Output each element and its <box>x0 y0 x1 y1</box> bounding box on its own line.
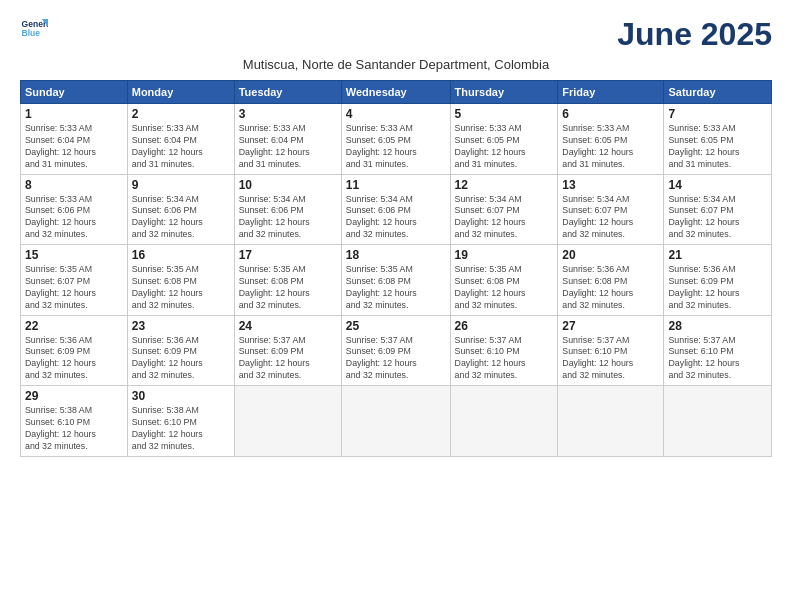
table-row: 19Sunrise: 5:35 AMSunset: 6:08 PMDayligh… <box>450 245 558 316</box>
table-row: 3Sunrise: 5:33 AMSunset: 6:04 PMDaylight… <box>234 104 341 175</box>
table-row <box>664 386 772 457</box>
col-sunday: Sunday <box>21 81 128 104</box>
day-number: 28 <box>668 319 767 333</box>
day-info: Sunrise: 5:34 AMSunset: 6:07 PMDaylight:… <box>668 194 767 242</box>
day-info: Sunrise: 5:36 AMSunset: 6:09 PMDaylight:… <box>668 264 767 312</box>
table-row: 10Sunrise: 5:34 AMSunset: 6:06 PMDayligh… <box>234 174 341 245</box>
day-info: Sunrise: 5:34 AMSunset: 6:07 PMDaylight:… <box>455 194 554 242</box>
table-row <box>341 386 450 457</box>
day-number: 10 <box>239 178 337 192</box>
day-info: Sunrise: 5:37 AMSunset: 6:09 PMDaylight:… <box>346 335 446 383</box>
calendar-week-1: 8Sunrise: 5:33 AMSunset: 6:06 PMDaylight… <box>21 174 772 245</box>
day-number: 6 <box>562 107 659 121</box>
day-number: 20 <box>562 248 659 262</box>
day-info: Sunrise: 5:38 AMSunset: 6:10 PMDaylight:… <box>25 405 123 453</box>
table-row: 28Sunrise: 5:37 AMSunset: 6:10 PMDayligh… <box>664 315 772 386</box>
table-row: 7Sunrise: 5:33 AMSunset: 6:05 PMDaylight… <box>664 104 772 175</box>
day-info: Sunrise: 5:37 AMSunset: 6:10 PMDaylight:… <box>455 335 554 383</box>
table-row: 22Sunrise: 5:36 AMSunset: 6:09 PMDayligh… <box>21 315 128 386</box>
table-row <box>450 386 558 457</box>
day-number: 8 <box>25 178 123 192</box>
table-row: 21Sunrise: 5:36 AMSunset: 6:09 PMDayligh… <box>664 245 772 316</box>
day-info: Sunrise: 5:33 AMSunset: 6:05 PMDaylight:… <box>346 123 446 171</box>
logo-icon: General Blue <box>20 16 48 44</box>
day-number: 22 <box>25 319 123 333</box>
day-info: Sunrise: 5:35 AMSunset: 6:07 PMDaylight:… <box>25 264 123 312</box>
table-row: 4Sunrise: 5:33 AMSunset: 6:05 PMDaylight… <box>341 104 450 175</box>
day-number: 14 <box>668 178 767 192</box>
subtitle: Mutiscua, Norte de Santander Department,… <box>20 57 772 72</box>
col-monday: Monday <box>127 81 234 104</box>
day-info: Sunrise: 5:35 AMSunset: 6:08 PMDaylight:… <box>455 264 554 312</box>
table-row: 26Sunrise: 5:37 AMSunset: 6:10 PMDayligh… <box>450 315 558 386</box>
table-row: 8Sunrise: 5:33 AMSunset: 6:06 PMDaylight… <box>21 174 128 245</box>
table-row: 15Sunrise: 5:35 AMSunset: 6:07 PMDayligh… <box>21 245 128 316</box>
table-row: 24Sunrise: 5:37 AMSunset: 6:09 PMDayligh… <box>234 315 341 386</box>
day-info: Sunrise: 5:35 AMSunset: 6:08 PMDaylight:… <box>132 264 230 312</box>
day-info: Sunrise: 5:34 AMSunset: 6:06 PMDaylight:… <box>346 194 446 242</box>
day-info: Sunrise: 5:34 AMSunset: 6:06 PMDaylight:… <box>239 194 337 242</box>
table-row: 27Sunrise: 5:37 AMSunset: 6:10 PMDayligh… <box>558 315 664 386</box>
calendar-week-0: 1Sunrise: 5:33 AMSunset: 6:04 PMDaylight… <box>21 104 772 175</box>
day-info: Sunrise: 5:37 AMSunset: 6:10 PMDaylight:… <box>562 335 659 383</box>
day-number: 24 <box>239 319 337 333</box>
day-info: Sunrise: 5:33 AMSunset: 6:04 PMDaylight:… <box>239 123 337 171</box>
calendar: Sunday Monday Tuesday Wednesday Thursday… <box>20 80 772 457</box>
day-number: 27 <box>562 319 659 333</box>
table-row: 17Sunrise: 5:35 AMSunset: 6:08 PMDayligh… <box>234 245 341 316</box>
day-number: 19 <box>455 248 554 262</box>
day-number: 1 <box>25 107 123 121</box>
day-info: Sunrise: 5:33 AMSunset: 6:06 PMDaylight:… <box>25 194 123 242</box>
calendar-week-3: 22Sunrise: 5:36 AMSunset: 6:09 PMDayligh… <box>21 315 772 386</box>
table-row: 2Sunrise: 5:33 AMSunset: 6:04 PMDaylight… <box>127 104 234 175</box>
day-info: Sunrise: 5:33 AMSunset: 6:05 PMDaylight:… <box>455 123 554 171</box>
table-row: 16Sunrise: 5:35 AMSunset: 6:08 PMDayligh… <box>127 245 234 316</box>
logo: General Blue <box>20 16 48 44</box>
day-number: 7 <box>668 107 767 121</box>
day-info: Sunrise: 5:33 AMSunset: 6:04 PMDaylight:… <box>132 123 230 171</box>
table-row: 11Sunrise: 5:34 AMSunset: 6:06 PMDayligh… <box>341 174 450 245</box>
day-number: 2 <box>132 107 230 121</box>
day-info: Sunrise: 5:38 AMSunset: 6:10 PMDaylight:… <box>132 405 230 453</box>
table-row: 1Sunrise: 5:33 AMSunset: 6:04 PMDaylight… <box>21 104 128 175</box>
day-number: 13 <box>562 178 659 192</box>
day-info: Sunrise: 5:37 AMSunset: 6:09 PMDaylight:… <box>239 335 337 383</box>
day-number: 3 <box>239 107 337 121</box>
day-info: Sunrise: 5:33 AMSunset: 6:05 PMDaylight:… <box>562 123 659 171</box>
table-row: 9Sunrise: 5:34 AMSunset: 6:06 PMDaylight… <box>127 174 234 245</box>
col-wednesday: Wednesday <box>341 81 450 104</box>
day-info: Sunrise: 5:37 AMSunset: 6:10 PMDaylight:… <box>668 335 767 383</box>
day-info: Sunrise: 5:36 AMSunset: 6:09 PMDaylight:… <box>132 335 230 383</box>
col-thursday: Thursday <box>450 81 558 104</box>
day-info: Sunrise: 5:36 AMSunset: 6:08 PMDaylight:… <box>562 264 659 312</box>
day-number: 15 <box>25 248 123 262</box>
col-tuesday: Tuesday <box>234 81 341 104</box>
table-row: 30Sunrise: 5:38 AMSunset: 6:10 PMDayligh… <box>127 386 234 457</box>
day-info: Sunrise: 5:35 AMSunset: 6:08 PMDaylight:… <box>239 264 337 312</box>
col-friday: Friday <box>558 81 664 104</box>
day-number: 4 <box>346 107 446 121</box>
table-row: 5Sunrise: 5:33 AMSunset: 6:05 PMDaylight… <box>450 104 558 175</box>
table-row: 18Sunrise: 5:35 AMSunset: 6:08 PMDayligh… <box>341 245 450 316</box>
day-info: Sunrise: 5:33 AMSunset: 6:05 PMDaylight:… <box>668 123 767 171</box>
calendar-header-row: Sunday Monday Tuesday Wednesday Thursday… <box>21 81 772 104</box>
table-row: 12Sunrise: 5:34 AMSunset: 6:07 PMDayligh… <box>450 174 558 245</box>
header-row: General Blue June 2025 <box>20 16 772 53</box>
table-row: 20Sunrise: 5:36 AMSunset: 6:08 PMDayligh… <box>558 245 664 316</box>
table-row <box>234 386 341 457</box>
day-info: Sunrise: 5:36 AMSunset: 6:09 PMDaylight:… <box>25 335 123 383</box>
day-number: 21 <box>668 248 767 262</box>
table-row <box>558 386 664 457</box>
day-number: 30 <box>132 389 230 403</box>
table-row: 23Sunrise: 5:36 AMSunset: 6:09 PMDayligh… <box>127 315 234 386</box>
calendar-week-4: 29Sunrise: 5:38 AMSunset: 6:10 PMDayligh… <box>21 386 772 457</box>
table-row: 25Sunrise: 5:37 AMSunset: 6:09 PMDayligh… <box>341 315 450 386</box>
day-info: Sunrise: 5:35 AMSunset: 6:08 PMDaylight:… <box>346 264 446 312</box>
table-row: 14Sunrise: 5:34 AMSunset: 6:07 PMDayligh… <box>664 174 772 245</box>
day-info: Sunrise: 5:34 AMSunset: 6:07 PMDaylight:… <box>562 194 659 242</box>
day-number: 12 <box>455 178 554 192</box>
day-number: 5 <box>455 107 554 121</box>
day-number: 29 <box>25 389 123 403</box>
day-number: 17 <box>239 248 337 262</box>
month-title: June 2025 <box>617 16 772 53</box>
